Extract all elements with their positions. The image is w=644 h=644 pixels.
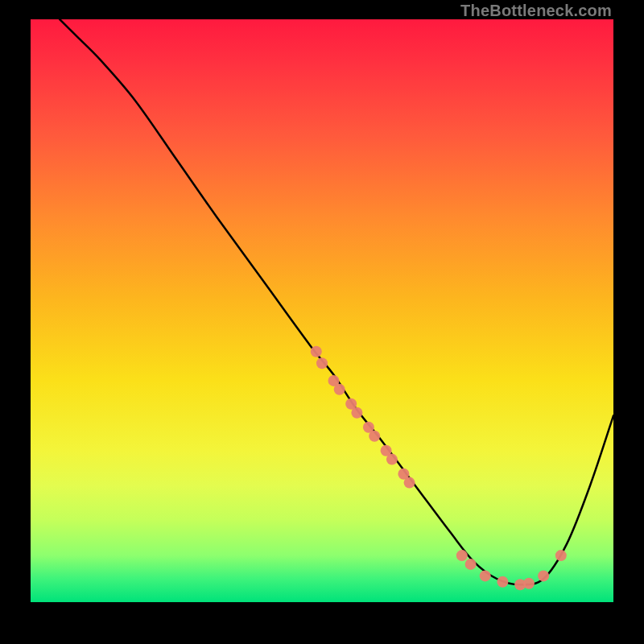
curve-marker bbox=[497, 576, 508, 588]
curve-marker bbox=[555, 550, 567, 561]
curve-marker bbox=[334, 384, 345, 395]
watermark-text: TheBottleneck.com bbox=[460, 2, 612, 20]
bottleneck-curve bbox=[60, 19, 613, 584]
curve-marker bbox=[480, 570, 491, 581]
curve-marker bbox=[465, 559, 477, 570]
curve-marker bbox=[311, 346, 322, 357]
curve-marker bbox=[404, 477, 415, 489]
chart-canvas bbox=[31, 19, 613, 602]
curve-markers bbox=[311, 346, 567, 591]
curve-marker bbox=[351, 407, 362, 419]
curve-marker bbox=[316, 357, 328, 369]
curve-marker bbox=[369, 431, 380, 442]
curve-marker bbox=[538, 570, 549, 581]
curve-marker bbox=[456, 550, 468, 561]
curve-marker bbox=[386, 454, 398, 465]
curve-marker bbox=[523, 578, 535, 589]
chart-overlay-svg bbox=[31, 19, 613, 602]
